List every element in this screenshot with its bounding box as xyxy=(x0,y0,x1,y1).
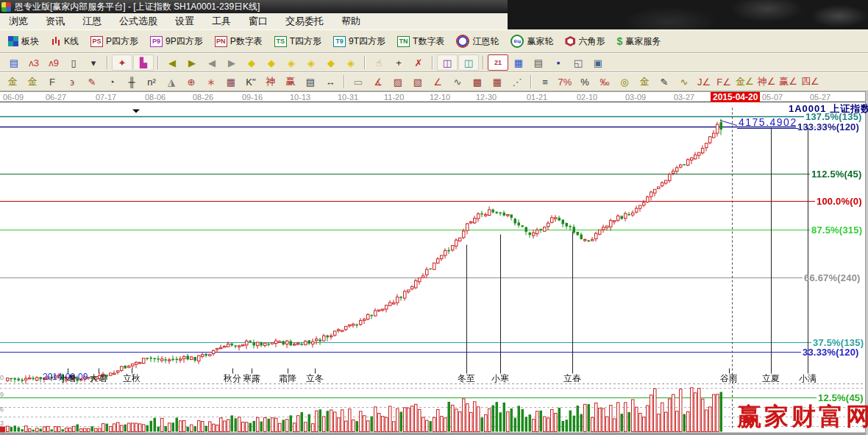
toolbar-separator xyxy=(483,56,484,69)
notepad-icon[interactable]: ▤ xyxy=(529,55,548,70)
menu-item-8[interactable]: 帮助 xyxy=(332,13,369,29)
k-note-icon[interactable]: K" xyxy=(241,74,260,89)
chart3-icon[interactable]: ʌ3 xyxy=(24,55,43,70)
dropdown-icon[interactable]: ▾ xyxy=(84,55,103,70)
diamond-v-icon[interactable]: ◈ xyxy=(302,55,321,70)
menu-item-0[interactable]: 浏览 xyxy=(0,13,37,29)
brush2-icon[interactable]: ✎ xyxy=(655,74,674,89)
toolbar-button-P数字表[interactable]: PNP数字表 xyxy=(210,34,268,49)
fan-box-icon[interactable]: ▨ xyxy=(388,74,408,89)
toolbar-button-赢家轮[interactable]: Big赢家轮 xyxy=(505,33,558,49)
mirror-angle-icon[interactable]: ◮ xyxy=(162,74,181,89)
toolbar-button-9P四方形[interactable]: P99P四方形 xyxy=(145,34,208,49)
circle-cross-icon[interactable]: ⊕ xyxy=(182,74,201,89)
color-chart-icon[interactable]: ▙ xyxy=(133,54,154,71)
candle-style-icon[interactable]: ▯ xyxy=(64,55,83,70)
si-angle-icon[interactable]: 四∠ xyxy=(800,74,821,89)
fan-box2-icon[interactable]: ▧ xyxy=(408,74,427,89)
calculator-icon[interactable]: ▦ xyxy=(509,55,528,70)
f-angle-icon[interactable]: F∠ xyxy=(714,74,733,89)
hspan-icon[interactable]: ↔ xyxy=(321,74,340,89)
menu-item-6[interactable]: 窗口 xyxy=(240,13,277,29)
gold-circle-icon[interactable]: ◎ xyxy=(615,74,634,89)
clock-icon[interactable]: ◔ xyxy=(102,74,121,89)
computer-icon[interactable]: ▣ xyxy=(588,55,608,70)
square-grid-icon[interactable]: ▦ xyxy=(221,74,241,89)
pctline-icon[interactable]: ‰ xyxy=(595,74,614,89)
diamond-right-icon[interactable]: ◆ xyxy=(262,55,281,70)
toolbar-button-六角形[interactable]: 六角形 xyxy=(560,34,610,49)
gold-angle-icon[interactable]: 金∠ xyxy=(734,74,755,89)
letter-icon: TN xyxy=(397,36,410,47)
gold-square-icon[interactable]: 金 xyxy=(3,74,22,89)
hexagon-icon xyxy=(565,36,575,46)
toolbar-button-赢家服务[interactable]: $赢家服务 xyxy=(611,34,666,49)
toolbar-button-T四方形[interactable]: TST四方形 xyxy=(269,34,327,49)
wave-window-icon[interactable]: ◫ xyxy=(458,54,479,71)
wave-gold-icon[interactable]: ∿ xyxy=(675,74,694,89)
box-tool-icon[interactable]: ▭ xyxy=(349,74,368,89)
spiral-icon[interactable]: ϶ xyxy=(63,74,82,89)
next-bar-icon[interactable]: ▶ xyxy=(222,55,241,70)
toolbar-button-江恩轮[interactable]: 江恩轮 xyxy=(451,33,504,49)
toolbar-button-9T四方形[interactable]: T99T四方形 xyxy=(328,34,391,49)
star-grid-icon[interactable]: ∗ xyxy=(202,74,221,89)
crosshair-icon[interactable]: + xyxy=(389,55,408,70)
n2-icon[interactable]: n² xyxy=(142,74,161,89)
toolbar-button-P四方形[interactable]: PSP四方形 xyxy=(85,34,143,49)
diamond-h-icon[interactable]: ◈ xyxy=(282,55,301,70)
menu-item-5[interactable]: 工具 xyxy=(203,13,240,29)
grid-red-icon[interactable]: ▩ xyxy=(468,74,487,89)
prev-bar-icon[interactable]: ◀ xyxy=(202,55,221,70)
brush-icon[interactable]: ✎ xyxy=(82,74,102,89)
calendar-icon[interactable]: 21 xyxy=(488,54,508,71)
letter-icon: PS xyxy=(90,36,103,47)
toolbar-button-K线[interactable]: K线 xyxy=(46,34,84,49)
ying-angle-icon[interactable]: 赢∠ xyxy=(778,74,799,89)
diamond-hv-icon[interactable]: ◆ xyxy=(321,55,341,70)
parallel-icon[interactable]: ⋰ xyxy=(508,74,527,89)
menu-item-1[interactable]: 资讯 xyxy=(37,13,74,29)
notes-icon[interactable]: ▤ xyxy=(4,55,24,70)
kline-chart-canvas[interactable] xyxy=(0,91,868,435)
fan-icon[interactable]: ∡ xyxy=(369,74,388,89)
pin-icon[interactable]: ✗ xyxy=(409,55,428,70)
toolbar-button-label: 江恩轮 xyxy=(472,35,499,48)
last-bar-icon[interactable]: ▶ xyxy=(182,55,202,70)
chart9-icon[interactable]: ʌ9 xyxy=(44,55,63,70)
diamond-left-icon[interactable]: ◆ xyxy=(242,55,261,70)
gold-line-icon[interactable]: 金 xyxy=(635,74,654,89)
diamond-grid-icon[interactable]: ◈ xyxy=(341,55,360,70)
angle-line-icon[interactable]: ∠ xyxy=(428,74,447,89)
first-bar-icon[interactable]: ◀ xyxy=(163,55,182,70)
pct7-icon[interactable]: 7% xyxy=(555,74,574,89)
kline-icon xyxy=(51,36,61,46)
toolbar-button-label: T四方形 xyxy=(290,35,321,48)
shen-angle-icon[interactable]: 神∠ xyxy=(756,74,778,89)
toolbar-separator xyxy=(107,56,108,69)
copy-icon[interactable]: ◱ xyxy=(569,55,588,70)
save-icon[interactable]: ▪ xyxy=(549,55,568,70)
gold-square2-icon[interactable]: 金 xyxy=(23,74,42,89)
ying-grid-icon[interactable]: 赢 xyxy=(281,74,300,89)
toolbar-button-label: 赢家轮 xyxy=(527,35,553,48)
shen-grid-icon[interactable]: 神 xyxy=(261,74,280,89)
pct-icon[interactable]: % xyxy=(575,74,594,89)
ruler123-icon[interactable]: ▤ xyxy=(301,74,320,89)
menu-item-4[interactable]: 设置 xyxy=(166,13,203,29)
menu-item-2[interactable]: 江恩 xyxy=(74,13,110,29)
toolbar-button-板块[interactable]: 板块 xyxy=(3,34,44,49)
wolf-logo-icon[interactable]: ✦ xyxy=(112,54,132,71)
menu-item-7[interactable]: 交易委托 xyxy=(277,13,332,29)
grid-red2-icon[interactable]: ▦ xyxy=(488,74,507,89)
f-ruler-icon[interactable]: F xyxy=(43,74,62,89)
hand-icon[interactable]: ☝ xyxy=(369,55,388,70)
menu-item-3[interactable]: 公式选股 xyxy=(110,13,166,29)
toolbar-button-T数字表[interactable]: TNT数字表 xyxy=(392,34,449,49)
price-scale-icon[interactable]: ≡ xyxy=(536,74,555,89)
zigzag-icon[interactable]: ∿ xyxy=(448,74,467,89)
app-window: 恩专业版[赢家内部服务平台] - [上证指数 SH1A0001-239日K线] … xyxy=(0,0,868,435)
j-angle-icon[interactable]: J∠ xyxy=(694,74,714,89)
comb-icon[interactable]: ╫ xyxy=(122,74,141,89)
gann-window-icon[interactable]: ◫ xyxy=(437,54,458,71)
